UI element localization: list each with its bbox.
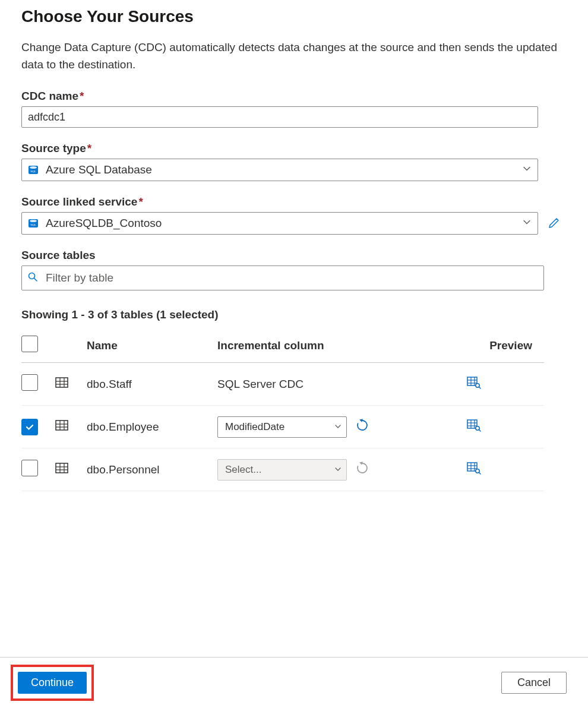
svg-line-31 [479, 429, 480, 431]
incremental-select: Select... [217, 459, 347, 481]
row-checkbox[interactable] [21, 460, 38, 476]
edit-linked-service-button[interactable] [546, 215, 563, 232]
required-asterisk: * [138, 195, 143, 208]
cdc-name-input[interactable] [21, 106, 538, 128]
svg-line-19 [479, 387, 480, 388]
source-linked-select[interactable]: SQL AzureSQLDB_Contoso [21, 212, 538, 235]
row-name: dbo.Personnel [87, 448, 217, 491]
chevron-down-icon [334, 421, 342, 433]
preview-button[interactable] [467, 419, 481, 435]
source-linked-value: AzureSQLDB_Contoso [46, 217, 162, 230]
row-checkbox[interactable] [21, 419, 38, 435]
continue-highlight: Continue [11, 665, 94, 701]
incremental-text: SQL Server CDC [217, 378, 304, 390]
refresh-icon [356, 462, 369, 478]
source-linked-label-text: Source linked service [21, 195, 137, 208]
cdc-name-label: CDC name* [21, 90, 567, 103]
cdc-name-label-text: CDC name [21, 90, 78, 102]
incremental-select-value: Select... [225, 464, 261, 476]
table-row: dbo.PersonnelSelect... [21, 448, 544, 491]
col-header-incremental: Incremental column [217, 332, 467, 363]
cancel-button[interactable]: Cancel [501, 672, 567, 694]
source-type-label-text: Source type [21, 142, 86, 154]
preview-button[interactable] [467, 462, 481, 478]
chevron-down-icon [334, 464, 342, 476]
svg-rect-32 [56, 463, 68, 473]
svg-rect-37 [467, 463, 477, 471]
refresh-icon [356, 419, 369, 435]
table-row: dbo.StaffSQL Server CDC [21, 363, 544, 406]
refresh-button [354, 461, 371, 478]
preview-data-icon [467, 462, 481, 478]
source-linked-label: Source linked service* [21, 195, 567, 208]
table-summary: Showing 1 - 3 of 3 tables (1 selected) [21, 308, 567, 321]
continue-button[interactable]: Continue [18, 672, 87, 694]
row-name: dbo.Employee [87, 406, 217, 448]
page-description: Change Data Capture (CDC) automatically … [21, 39, 567, 73]
pencil-icon [548, 216, 561, 231]
svg-rect-20 [56, 421, 68, 430]
source-type-value: Azure SQL Database [46, 163, 152, 176]
preview-button[interactable] [467, 376, 481, 392]
svg-line-43 [479, 472, 480, 474]
source-tables-grid: Name Incremental column Preview dbo.Staf… [21, 332, 544, 491]
table-icon [55, 465, 69, 478]
svg-point-4 [30, 220, 37, 222]
svg-text:SQL: SQL [30, 223, 36, 226]
svg-line-7 [34, 279, 37, 282]
row-checkbox[interactable] [21, 374, 38, 391]
required-asterisk: * [80, 90, 84, 102]
svg-rect-8 [56, 378, 68, 387]
svg-text:SQL: SQL [30, 170, 36, 173]
required-asterisk: * [87, 142, 91, 154]
svg-rect-13 [467, 377, 477, 385]
source-tables-label: Source tables [21, 249, 567, 262]
sql-database-icon: SQL [28, 165, 39, 175]
search-icon [27, 271, 38, 285]
incremental-select-value: ModifiedDate [225, 421, 284, 433]
page-title: Choose Your Sources [21, 7, 567, 26]
preview-data-icon [467, 376, 481, 392]
row-name: dbo.Staff [87, 363, 217, 406]
table-icon [55, 380, 69, 392]
source-type-select[interactable]: SQL Azure SQL Database [21, 159, 538, 181]
svg-rect-25 [467, 420, 477, 428]
filter-input[interactable] [21, 266, 544, 290]
refresh-button[interactable] [354, 418, 371, 435]
select-all-checkbox[interactable] [21, 336, 38, 352]
incremental-select[interactable]: ModifiedDate [217, 416, 347, 438]
preview-data-icon [467, 419, 481, 435]
svg-point-1 [30, 166, 37, 169]
col-header-preview: Preview [467, 332, 544, 363]
source-type-label: Source type* [21, 142, 567, 155]
table-icon [55, 422, 69, 435]
col-header-name: Name [87, 332, 217, 363]
table-row: dbo.EmployeeModifiedDate [21, 406, 544, 448]
footer-bar: Continue Cancel [0, 657, 588, 708]
sql-database-icon: SQL [28, 218, 39, 229]
